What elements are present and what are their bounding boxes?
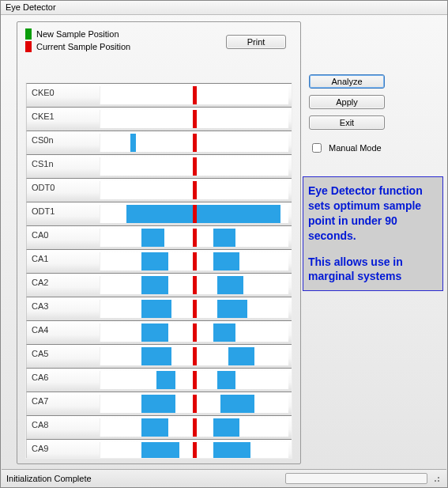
signal-row[interactable]: CKE0 bbox=[26, 83, 292, 107]
current-marker-icon bbox=[193, 371, 197, 389]
signal-row[interactable]: CA7 bbox=[26, 392, 292, 415]
status-bar: Initialization Complete bbox=[2, 469, 446, 486]
signal-lane bbox=[100, 418, 288, 437]
annotation-line2: This allows use in marginal systems bbox=[308, 255, 438, 285]
resize-grip-icon bbox=[431, 473, 442, 484]
signal-row[interactable]: CA9 bbox=[26, 439, 292, 459]
eye-segment bbox=[141, 395, 175, 413]
current-marker-icon bbox=[193, 300, 197, 318]
signal-name: CA2 bbox=[27, 274, 100, 297]
current-sample-swatch-icon bbox=[25, 41, 32, 52]
signal-row[interactable]: CA4 bbox=[26, 320, 292, 344]
eye-segment bbox=[217, 276, 243, 294]
signal-row[interactable]: ODT1 bbox=[26, 202, 292, 225]
signal-row[interactable]: CA6 bbox=[26, 368, 292, 392]
progress-bar bbox=[285, 473, 427, 484]
signal-lane bbox=[100, 252, 288, 270]
eye-segment bbox=[141, 418, 168, 437]
eye-segment bbox=[141, 323, 168, 342]
eye-segment bbox=[141, 276, 168, 294]
eye-segment bbox=[213, 418, 239, 437]
eye-segment bbox=[220, 395, 254, 413]
eye-segment bbox=[141, 229, 164, 247]
exit-button[interactable]: Exit bbox=[309, 115, 385, 130]
signal-row[interactable]: CKE1 bbox=[26, 107, 292, 131]
signal-name: CA7 bbox=[27, 392, 100, 415]
signals-list: CKE0CKE1CS0nCS1nODT0ODT1CA0CA1CA2CA3CA4C… bbox=[25, 82, 292, 459]
current-marker-icon bbox=[193, 323, 197, 342]
current-marker-icon bbox=[193, 181, 197, 199]
signal-name: CA9 bbox=[27, 440, 100, 459]
print-button[interactable]: Print bbox=[226, 35, 286, 49]
signal-lane bbox=[100, 395, 288, 413]
annotation-line1: Eye Detector function sets optimum sampl… bbox=[308, 183, 438, 244]
client-area: New Sample Position Current Sample Posit… bbox=[1, 15, 447, 468]
signal-name: CKE0 bbox=[27, 84, 100, 107]
eye-segment bbox=[130, 134, 136, 152]
eye-segment bbox=[141, 252, 168, 270]
current-marker-icon bbox=[193, 205, 197, 223]
eye-segment bbox=[213, 229, 236, 247]
signal-lane bbox=[100, 300, 288, 318]
signal-row[interactable]: CA0 bbox=[26, 225, 292, 249]
new-sample-swatch-icon bbox=[25, 28, 32, 40]
signal-name: ODT0 bbox=[27, 179, 100, 202]
current-marker-icon bbox=[193, 252, 197, 270]
signal-name: CKE1 bbox=[27, 108, 100, 131]
eye-segment bbox=[141, 442, 179, 459]
annotation-callout: Eye Detector function sets optimum sampl… bbox=[303, 176, 443, 291]
signal-row[interactable]: CA2 bbox=[26, 273, 292, 297]
eye-segment bbox=[126, 205, 280, 223]
side-buttons: Analyze Apply Exit Manual Mode bbox=[309, 74, 385, 155]
manual-mode-row[interactable]: Manual Mode bbox=[309, 141, 385, 155]
signal-lane bbox=[100, 157, 288, 176]
eye-segment bbox=[217, 371, 236, 389]
signal-name: CA5 bbox=[27, 345, 100, 368]
signal-name: CA6 bbox=[27, 369, 100, 392]
signal-name: CS1n bbox=[27, 155, 100, 178]
analyze-button[interactable]: Analyze bbox=[309, 74, 385, 89]
eye-segment bbox=[213, 442, 251, 459]
signal-lane bbox=[100, 371, 288, 389]
current-marker-icon bbox=[193, 442, 197, 459]
current-marker-icon bbox=[193, 276, 197, 294]
signal-row[interactable]: CS1n bbox=[26, 154, 292, 178]
legend-current-label: Current Sample Position bbox=[36, 42, 130, 51]
current-marker-icon bbox=[193, 347, 197, 365]
window-title: Eye Detector bbox=[1, 1, 447, 15]
eye-segment bbox=[141, 347, 171, 365]
signal-lane bbox=[100, 229, 288, 247]
current-marker-icon bbox=[193, 86, 197, 104]
signal-name: CA4 bbox=[27, 321, 100, 344]
signals-groupbox: New Sample Position Current Sample Posit… bbox=[17, 21, 301, 464]
signal-name: CA8 bbox=[27, 416, 100, 439]
manual-mode-checkbox[interactable] bbox=[312, 143, 322, 153]
signal-name: CA0 bbox=[27, 226, 100, 249]
apply-button[interactable]: Apply bbox=[309, 95, 385, 109]
signal-name: CS0n bbox=[27, 131, 100, 154]
signal-lane bbox=[100, 323, 288, 342]
legend-new-label: New Sample Position bbox=[36, 29, 119, 39]
signal-lane bbox=[100, 86, 288, 104]
status-text: Initialization Complete bbox=[6, 474, 285, 483]
signal-row[interactable]: CA3 bbox=[26, 297, 292, 320]
eye-segment bbox=[213, 252, 239, 270]
eye-detector-window: Eye Detector New Sample Position Current… bbox=[0, 0, 448, 488]
signal-row[interactable]: CA1 bbox=[26, 249, 292, 273]
signal-row[interactable]: ODT0 bbox=[26, 178, 292, 202]
current-marker-icon bbox=[193, 157, 197, 176]
eye-segment bbox=[228, 347, 254, 365]
current-marker-icon bbox=[193, 229, 197, 247]
eye-segment bbox=[217, 300, 247, 318]
eye-segment bbox=[156, 371, 175, 389]
signal-lane bbox=[100, 110, 288, 128]
signal-row[interactable]: CA8 bbox=[26, 415, 292, 439]
signal-row[interactable]: CA5 bbox=[26, 344, 292, 368]
eye-segment bbox=[141, 300, 171, 318]
current-marker-icon bbox=[193, 395, 197, 413]
current-marker-icon bbox=[193, 134, 197, 152]
signal-name: ODT1 bbox=[27, 202, 100, 225]
signal-lane bbox=[100, 276, 288, 294]
signal-row[interactable]: CS0n bbox=[26, 131, 292, 154]
current-marker-icon bbox=[193, 418, 197, 437]
